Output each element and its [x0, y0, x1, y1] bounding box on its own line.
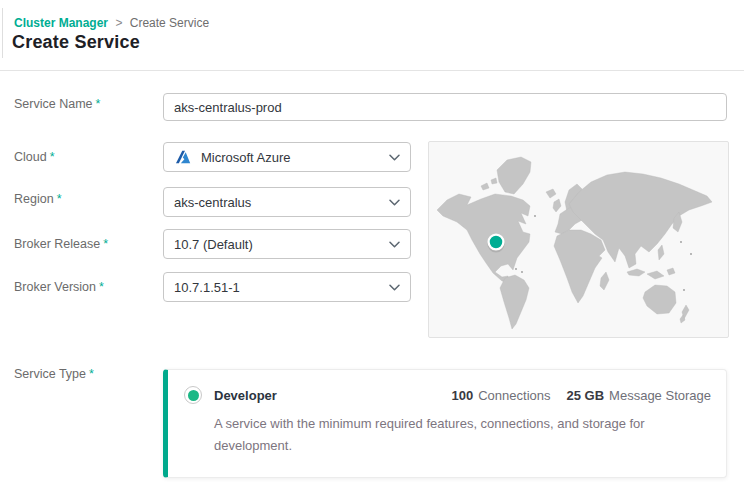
developer-radio-button[interactable]	[184, 386, 202, 404]
chevron-down-icon	[389, 284, 400, 291]
service-name-input[interactable]	[163, 93, 727, 121]
panel-edge-divider	[2, 8, 3, 58]
option-stats: 100 Connections 25 GB Message Storage	[452, 388, 711, 403]
service-name-label: Service Name*	[14, 97, 100, 111]
cloud-select[interactable]: Microsoft Azure	[163, 142, 411, 172]
broker-version-label-text: Broker Version	[14, 280, 96, 294]
region-select-value: aks-centralus	[174, 195, 251, 210]
breadcrumb: Cluster Manager > Create Service	[14, 16, 209, 30]
world-map-graphic	[429, 142, 728, 337]
required-asterisk: *	[96, 97, 101, 111]
required-asterisk: *	[103, 237, 108, 251]
create-service-page: Cluster Manager > Create Service Create …	[0, 0, 744, 488]
broker-version-select[interactable]: 10.7.1.51-1	[163, 272, 411, 302]
region-marker-icon	[487, 235, 504, 253]
region-label: Region*	[14, 192, 62, 206]
cloud-label-text: Cloud	[14, 150, 47, 164]
radio-selected-dot	[188, 390, 199, 401]
broker-release-select[interactable]: 10.7 (Default)	[163, 229, 411, 259]
service-type-option-developer[interactable]: Developer 100 Connections 25 GB Message …	[163, 369, 727, 478]
broker-version-label: Broker Version*	[14, 280, 104, 294]
broker-version-select-value: 10.7.1.51-1	[174, 280, 240, 295]
cloud-select-value: Microsoft Azure	[201, 150, 291, 165]
service-type-label-text: Service Type	[14, 367, 86, 381]
storage-value: 25 GB	[567, 388, 605, 403]
storage-stat: 25 GB Message Storage	[567, 388, 711, 403]
breadcrumb-separator: >	[115, 16, 122, 30]
broker-release-label: Broker Release*	[14, 237, 108, 251]
region-select[interactable]: aks-centralus	[163, 187, 411, 217]
chevron-down-icon	[389, 154, 400, 161]
header-divider	[0, 70, 744, 71]
cloud-label: Cloud*	[14, 150, 55, 164]
option-title: Developer	[214, 388, 277, 403]
required-asterisk: *	[50, 150, 55, 164]
azure-logo-icon	[174, 148, 192, 166]
connections-label: Connections	[478, 388, 550, 403]
option-description: A service with the minimum required feat…	[214, 413, 676, 457]
required-asterisk: *	[89, 367, 94, 381]
broker-release-label-text: Broker Release	[14, 237, 100, 251]
service-name-label-text: Service Name	[14, 97, 93, 111]
chevron-down-icon	[389, 199, 400, 206]
region-world-map	[428, 141, 729, 338]
required-asterisk: *	[57, 192, 62, 206]
breadcrumb-cluster-manager-link[interactable]: Cluster Manager	[14, 16, 108, 30]
connections-value: 100	[452, 388, 474, 403]
broker-release-select-value: 10.7 (Default)	[174, 237, 253, 252]
region-label-text: Region	[14, 192, 54, 206]
service-type-option-header: Developer 100 Connections 25 GB Message …	[168, 370, 726, 404]
service-type-label: Service Type*	[14, 367, 94, 381]
page-title: Create Service	[12, 32, 140, 53]
breadcrumb-current: Create Service	[130, 16, 209, 30]
chevron-down-icon	[389, 241, 400, 248]
storage-label: Message Storage	[609, 388, 711, 403]
connections-stat: 100 Connections	[452, 388, 551, 403]
required-asterisk: *	[99, 280, 104, 294]
